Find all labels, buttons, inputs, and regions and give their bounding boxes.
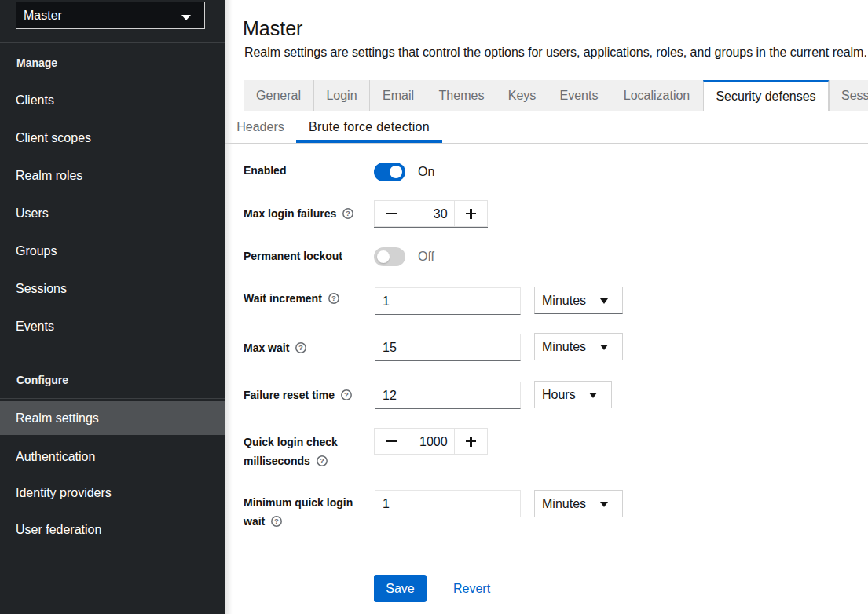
svg-text:?: ? — [346, 209, 350, 217]
svg-text:?: ? — [298, 343, 303, 352]
svg-text:?: ? — [274, 517, 279, 525]
svg-text:?: ? — [331, 294, 336, 302]
svg-text:?: ? — [344, 390, 349, 399]
svg-text:?: ? — [320, 456, 324, 465]
